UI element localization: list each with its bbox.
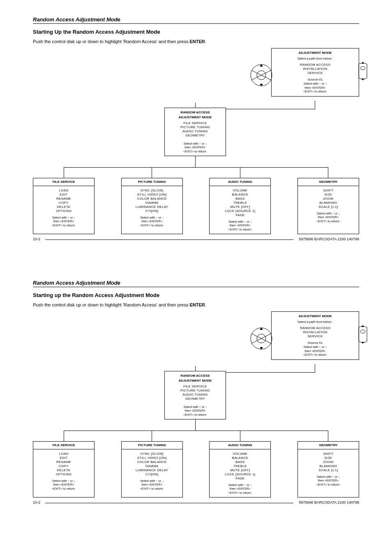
geo-item-zoom[interactable]: ZOOM: [298, 460, 359, 464]
ra-items: FILE SERVICE PICTURE TUNING AUDIO TUNING…: [168, 385, 222, 401]
intro-suffix: .: [205, 302, 206, 307]
adjustment-mode-hint1: Select with ↑ or ↓: [275, 345, 355, 349]
ra-item-audio-tuning[interactable]: AUDIO TUNING: [168, 393, 222, 397]
geo-item-scale[interactable]: SCALE [1:1]: [298, 205, 359, 209]
fs-hint2: then <ENTER>: [33, 483, 94, 486]
at-item-lock[interactable]: LOCK [SOURCE 1]: [210, 209, 270, 213]
connector-line: [152, 431, 152, 441]
at-hint3: <EXIT> to return.: [210, 228, 270, 231]
geometry-screen: GEOMETRY SHIFT SIZE ZOOM BLANKING SCALE …: [297, 441, 359, 497]
ra-item-geometry[interactable]: GEOMETRY: [168, 134, 222, 138]
geo-hint3: <EXIT> to return.: [298, 219, 359, 223]
at-item-treble[interactable]: TREBLE: [210, 464, 270, 468]
at-item-bass[interactable]: BASS: [210, 197, 270, 201]
connector-line: [195, 156, 196, 167]
at-item-lock[interactable]: LOCK [SOURCE 1]: [210, 472, 270, 477]
fs-hint1: Select with ↑ or ↓: [33, 216, 94, 219]
picture-tuning-title: PICTURE TUNING: [122, 442, 182, 449]
fs-item-copy[interactable]: COPY: [33, 201, 94, 205]
pt-item-colorbal[interactable]: COLOR BALANCE: [122, 197, 182, 201]
adjustment-mode-hint2: then <ENTER>: [275, 349, 355, 353]
at-item-mute[interactable]: MUTE [OFF]: [210, 205, 270, 209]
pt-item-cti[interactable]: CTI[ON]: [122, 472, 182, 477]
control-disk-left-icon: [249, 326, 274, 351]
pt-item-still[interactable]: STILL VIDEO [ON]: [122, 456, 182, 460]
intro-enter: ENTER: [189, 302, 205, 307]
at-hint2: then <ENTER>: [210, 223, 270, 227]
geo-item-blanking[interactable]: BLANKING: [298, 201, 359, 205]
fs-item-rename[interactable]: RENAME: [33, 460, 94, 464]
ra-item-picture-tuning[interactable]: PICTURE TUNING: [168, 389, 222, 393]
at-item-fade[interactable]: FADE: [210, 213, 270, 217]
pt-item-sync[interactable]: SYNC [SLOW]: [122, 452, 182, 456]
geometry-title: GEOMETRY: [298, 442, 359, 449]
fs-hint3: <EXIT> to return.: [33, 487, 94, 491]
adj-item-installation[interactable]: INSTALLATION: [275, 330, 355, 334]
geo-item-size[interactable]: SIZE: [298, 193, 359, 197]
at-item-mute[interactable]: MUTE [OFF]: [210, 468, 270, 472]
geo-item-scale[interactable]: SCALE [1:1]: [298, 468, 359, 472]
fs-item-edit[interactable]: EDIT: [33, 193, 94, 197]
pt-item-gamma[interactable]: GAMMA: [122, 201, 182, 205]
fs-item-delete[interactable]: DELETE: [33, 468, 94, 472]
footer-code: 5975696 BARCODATA 2100 140798: [299, 237, 359, 241]
at-item-volume[interactable]: VOLUME: [210, 452, 270, 456]
pt-item-sync[interactable]: SYNC [SLOW]: [122, 189, 182, 193]
ra-item-geometry[interactable]: GEOMETRY: [168, 397, 222, 401]
fs-item-load[interactable]: LOAD: [33, 452, 94, 456]
footer-rule: [45, 240, 293, 240]
at-item-balance[interactable]: BALANCE: [210, 193, 270, 197]
page-footer: 10-2 5975696 BARCODATA 2100 140798: [33, 500, 359, 506]
at-item-fade[interactable]: FADE: [210, 477, 270, 481]
at-hint1: Select with ↑ or ↓: [210, 483, 270, 487]
pt-item-cti[interactable]: CTI[ON]: [122, 209, 182, 213]
at-item-treble[interactable]: TREBLE: [210, 201, 270, 205]
connector-line: [328, 431, 328, 441]
geo-item-zoom[interactable]: ZOOM: [298, 197, 359, 201]
ra-item-file-service[interactable]: FILE SERVICE: [168, 121, 222, 125]
geo-item-blanking[interactable]: BLANKING: [298, 464, 359, 468]
pt-hint: Select with ↑ or ↓ then <ENTER> <EXIT> t…: [122, 213, 182, 230]
intro-suffix: .: [205, 39, 206, 44]
fs-item-load[interactable]: LOAD: [33, 189, 94, 193]
ra-item-audio-tuning[interactable]: AUDIO TUNING: [168, 129, 222, 134]
at-item-volume[interactable]: VOLUME: [210, 189, 270, 193]
section-title: Starting Up the Random Access Adjustment…: [33, 29, 359, 35]
pt-item-still[interactable]: STILL VIDEO [ON]: [122, 193, 182, 197]
at-item-bass[interactable]: BASS: [210, 460, 270, 464]
adjustment-mode-hint3: <EXIT> to return.: [275, 90, 355, 93]
adj-item-random-access[interactable]: RANDOM ACCESS: [275, 326, 355, 330]
connector-line: [315, 101, 315, 109]
fs-item-copy[interactable]: COPY: [33, 464, 94, 468]
geo-hint2: then <ENTER>: [298, 479, 359, 482]
ra-title2: ADJUSTMENT MODE: [168, 115, 222, 120]
fs-item-edit[interactable]: EDIT: [33, 456, 94, 460]
geo-item-size[interactable]: SIZE: [298, 456, 359, 460]
fs-item-rename[interactable]: RENAME: [33, 197, 94, 201]
adj-item-random-access[interactable]: RANDOM ACCESS: [275, 63, 355, 67]
svg-marker-16: [362, 325, 364, 327]
svg-marker-7: [362, 62, 364, 64]
fs-item-options[interactable]: OPTIONS: [33, 209, 94, 213]
pt-item-colorbal[interactable]: COLOR BALANCE: [122, 460, 182, 464]
adjustment-mode-items: RANDOM ACCESS INSTALLATION SERVICE: [275, 326, 355, 339]
adj-item-service[interactable]: SERVICE: [275, 71, 355, 75]
adj-item-installation[interactable]: INSTALLATION: [275, 67, 355, 71]
adj-item-service[interactable]: SERVICE: [275, 334, 355, 339]
fs-item-options[interactable]: OPTIONS: [33, 472, 94, 477]
at-item-balance[interactable]: BALANCE: [210, 456, 270, 460]
adjustment-mode-hint2: then <ENTER>: [275, 86, 355, 90]
pt-item-lumdelay[interactable]: LUMINANCE DELAY: [122, 205, 182, 209]
picture-tuning-title: PICTURE TUNING: [122, 178, 182, 186]
geo-item-shift[interactable]: SHIFT: [298, 452, 359, 456]
adjustment-mode-title: ADJUSTMENT MODE: [275, 51, 355, 55]
ra-item-picture-tuning[interactable]: PICTURE TUNING: [168, 125, 222, 129]
adjustment-mode-hint1: Select with ↑ or ↓: [275, 82, 355, 85]
fs-item-delete[interactable]: DELETE: [33, 205, 94, 209]
pt-item-lumdelay[interactable]: LUMINANCE DELAY: [122, 468, 182, 472]
audio-tuning-screen: AUDIO TUNING VOLUME BALANCE BASS TREBLE …: [209, 178, 271, 234]
ra-item-file-service[interactable]: FILE SERVICE: [168, 385, 222, 389]
pt-item-gamma[interactable]: GAMMA: [122, 464, 182, 468]
connector-line: [64, 167, 328, 168]
geo-item-shift[interactable]: SHIFT: [298, 189, 359, 193]
